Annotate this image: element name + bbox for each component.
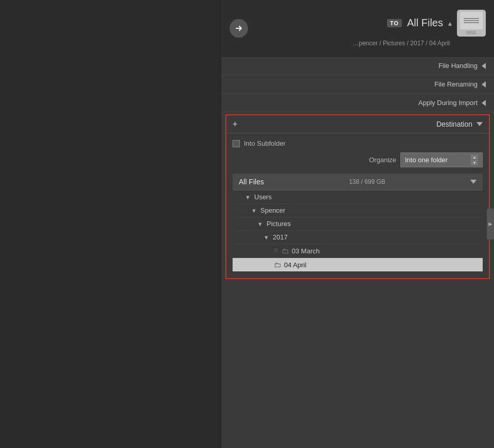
organize-label: Organize [369, 156, 396, 164]
tree-root-label: All Files [239, 178, 264, 186]
drive-line [464, 18, 479, 19]
tree-header: All Files 138 / 699 GB [233, 174, 483, 191]
destination-panel: + Destination Into Subfolder Organize In… [225, 114, 490, 279]
drive-line [464, 20, 479, 21]
tree-root-size: 138 / 699 GB [349, 178, 385, 185]
all-files-dropdown-icon[interactable]: ▴ [448, 19, 452, 27]
breadcrumb: …pencer / Pictures / 2017 / 04 April [230, 40, 486, 47]
stepper-up[interactable]: ▲ [471, 154, 478, 160]
spencer-label: Spencer [260, 206, 285, 214]
tree-item-03-march[interactable]: ⠿ 🗀 03 March [233, 244, 483, 258]
left-panel [0, 0, 221, 448]
destination-add-button[interactable]: + [233, 119, 237, 129]
to-badge: TO [387, 19, 402, 27]
april-label: 04 April [284, 261, 306, 269]
tree-item-spencer[interactable]: ▼ Spencer [233, 204, 483, 217]
drive-lines [464, 18, 479, 23]
file-renaming-collapse-icon [482, 81, 486, 88]
apply-during-import-collapse-icon [482, 100, 486, 106]
drive-line [464, 22, 479, 23]
2017-toggle-icon[interactable]: ▼ [263, 234, 270, 240]
right-panel: TO All Files ▴ |||||||| …pencer / Pictur… [221, 0, 494, 448]
tree-item-2017[interactable]: ▼ 2017 [233, 231, 483, 244]
stepper-down[interactable]: ▼ [471, 160, 478, 165]
file-handling-collapse-icon [482, 63, 486, 69]
subfolder-row: Into Subfolder [233, 140, 483, 147]
users-label: Users [254, 193, 272, 201]
top-bar: TO All Files ▴ |||||||| …pencer / Pictur… [221, 0, 494, 57]
subfolder-label: Into Subfolder [244, 140, 286, 147]
drive-bottom: |||||||| [467, 30, 477, 34]
users-toggle-icon[interactable]: ▼ [245, 194, 251, 200]
destination-expand-icon[interactable] [477, 122, 483, 126]
organize-value: Into one folder [405, 156, 448, 164]
file-handling-header[interactable]: File Handling [221, 57, 494, 75]
march-folder-icon: 🗀 [281, 247, 289, 255]
file-handling-label: File Handling [438, 62, 478, 70]
apply-during-import-header[interactable]: Apply During Import [221, 94, 494, 112]
drive-inner [460, 12, 483, 29]
destination-content: Into Subfolder Organize Into one folder … [226, 133, 489, 278]
march-label: 03 March [292, 247, 320, 255]
breadcrumb-text: …pencer / Pictures / 2017 / 04 April [352, 40, 450, 47]
destination-title-row: Destination [436, 120, 483, 128]
right-edge-handle[interactable]: ► [487, 209, 494, 239]
organize-stepper[interactable]: ▲ ▼ [471, 154, 478, 165]
apply-during-import-label: Apply During Import [418, 99, 478, 107]
drive-icon: |||||||| [457, 10, 486, 37]
april-folder-icon: 🗀 [274, 261, 281, 269]
destination-title: Destination [436, 120, 472, 128]
destination-header: + Destination [226, 115, 489, 133]
tree-item-04-april[interactable]: 🗀 04 April [233, 258, 483, 272]
file-renaming-label: File Renaming [434, 80, 478, 88]
tree-item-users[interactable]: ▼ Users [233, 191, 483, 204]
destination-info: TO All Files ▴ |||||||| [230, 10, 486, 37]
right-edge-arrow-icon: ► [487, 220, 493, 228]
arrow-button[interactable] [230, 19, 248, 38]
all-files-label: All Files [407, 17, 443, 29]
subfolder-checkbox[interactable] [233, 140, 240, 147]
organize-row: Organize Into one folder ▲ ▼ [233, 152, 483, 167]
march-dots-icon: ⠿ [274, 248, 277, 254]
2017-label: 2017 [273, 233, 288, 241]
pictures-label: Pictures [267, 220, 291, 228]
tree-dropdown-icon[interactable] [470, 180, 477, 184]
spencer-toggle-icon[interactable]: ▼ [251, 208, 257, 214]
organize-select[interactable]: Into one folder ▲ ▼ [400, 152, 483, 167]
tree-item-pictures[interactable]: ▼ Pictures [233, 217, 483, 231]
file-renaming-header[interactable]: File Renaming [221, 75, 494, 94]
pictures-toggle-icon[interactable]: ▼ [257, 221, 263, 227]
file-tree: All Files 138 / 699 GB ▼ Users ▼ Spencer… [233, 174, 483, 272]
